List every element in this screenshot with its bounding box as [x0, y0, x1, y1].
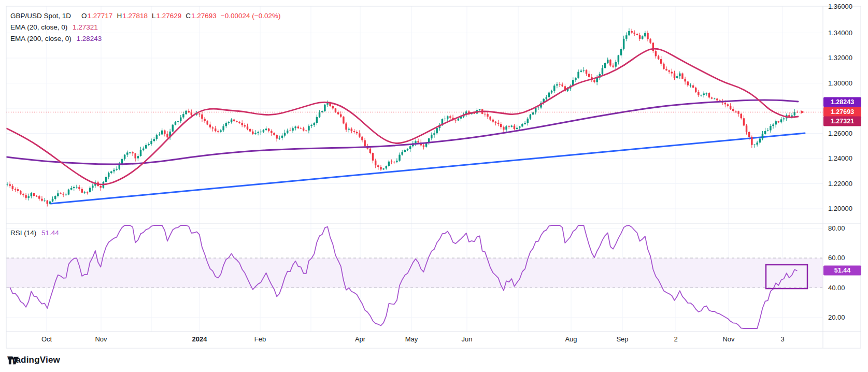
- axis-tick-label: 1.30000: [828, 80, 852, 87]
- time-tick-label: 2: [674, 335, 677, 343]
- time-tick-label: Feb: [254, 335, 266, 343]
- time-tick-label: May: [405, 335, 418, 343]
- axis-tick-label: 40.00: [828, 284, 845, 292]
- ema200-legend-row[interactable]: EMA (200, close, 0) 1.28243: [10, 33, 280, 45]
- time-tick-label: Jun: [462, 335, 473, 343]
- axis-tick-label: 1.32000: [828, 54, 852, 62]
- ema20-value: 1.27321: [73, 23, 98, 31]
- symbol-legend-row[interactable]: GBP/USD Spot, 1DO1.27717H1.27818L1.27629…: [10, 10, 280, 22]
- ema20-label: EMA (20, close, 0): [10, 23, 67, 31]
- time-tick-label: Oct: [41, 335, 52, 343]
- pane-separators: [6, 6, 861, 348]
- rsi-value: 51.44: [41, 229, 59, 237]
- ema20-legend-row[interactable]: EMA (20, close, 0) 1.27321: [10, 22, 280, 33]
- time-tick-label: 2024: [192, 335, 207, 343]
- time-tick-label: 3: [780, 335, 784, 343]
- tradingview-logo-icon: [7, 355, 19, 367]
- rsi-legend-row[interactable]: RSI (14) 51.44: [10, 228, 59, 238]
- ohlc-letter: O: [81, 12, 87, 20]
- axis-tick-label: 80.00: [828, 225, 845, 232]
- rsi-label: RSI (14): [10, 229, 36, 237]
- symbol-title: GBP/USD Spot, 1D: [10, 12, 71, 20]
- chart-canvas[interactable]: [0, 0, 868, 372]
- rsi-band: [6, 258, 823, 288]
- candles-layer: [6, 28, 798, 206]
- tradingview-attribution-link[interactable]: TradingView: [7, 355, 60, 365]
- ohlc-letter: L: [152, 12, 156, 20]
- time-tick-label: Aug: [565, 335, 577, 343]
- axis-tick-label: 1.24000: [828, 155, 852, 162]
- ohlc-number: 1.27717: [88, 12, 113, 20]
- axis-tick-label: 1.34000: [828, 30, 852, 37]
- ema200-value: 1.28243: [77, 35, 102, 42]
- ohlc-values: O1.27717H1.27818L1.27629C1.27693: [77, 12, 217, 20]
- time-tick-label: Sep: [616, 335, 628, 343]
- price-pane-legend: GBP/USD Spot, 1DO1.27717H1.27818L1.27629…: [10, 10, 280, 45]
- last-price-arrow: [801, 110, 804, 114]
- axis-tick-label: 1.36000: [828, 3, 852, 10]
- axis-tick-label: 1.20000: [828, 205, 852, 212]
- axis-tick-label: 1.26000: [828, 130, 852, 137]
- ohlc-number: 1.27818: [122, 12, 148, 20]
- time-tick-label: Apr: [355, 335, 365, 343]
- axis-tick-label: 1.22000: [828, 180, 852, 188]
- axis-tick-label: 20.00: [828, 314, 845, 321]
- ema200-label: EMA (200, close, 0): [10, 35, 72, 42]
- ohlc-number: 1.27629: [156, 12, 181, 20]
- axis-tick-label: 60.00: [828, 254, 845, 262]
- time-tick-label: Nov: [722, 335, 734, 343]
- price-badge: 51.44: [823, 266, 861, 276]
- price-badge: 1.27693: [823, 107, 861, 117]
- change-value: −0.00024 (−0.02%): [221, 12, 281, 20]
- time-tick-label: Nov: [95, 335, 107, 343]
- ohlc-letter: C: [186, 12, 191, 20]
- price-badge: 1.27321: [823, 117, 861, 126]
- price-badge: 1.28243: [823, 97, 861, 107]
- ohlc-letter: H: [117, 12, 122, 20]
- ohlc-number: 1.27693: [191, 12, 217, 20]
- tradingview-chart-widget: GBP/USD Spot, 1DO1.27717H1.27818L1.27629…: [0, 0, 868, 372]
